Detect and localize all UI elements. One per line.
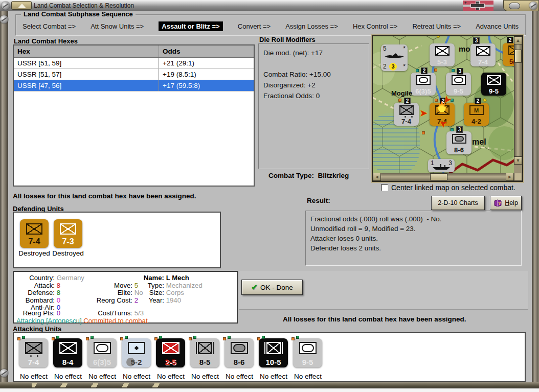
center-map-checkbox-label: Center linked map on selected combat. xyxy=(391,183,515,192)
map-unit-counter[interactable]: 5(2) xyxy=(503,43,514,66)
table-row-selected[interactable]: USSR [47, 56]+17 (59.5:8) xyxy=(14,80,254,91)
city-label: mo xyxy=(459,44,470,53)
result-line: Defender loses 2 units. xyxy=(310,243,516,253)
window-frame-left xyxy=(0,11,8,392)
result-panel: Fractional odds (.000) roll was (.000) -… xyxy=(305,211,522,266)
scroll-up-arrow: ▲ xyxy=(514,36,522,44)
defending-unit-counter[interactable]: 7-4 xyxy=(20,219,49,248)
map-unit-counter[interactable]: 5-3 xyxy=(430,43,455,66)
attacking-unit-counter[interactable]: 9-5 xyxy=(293,338,322,367)
step-assign-losses[interactable]: Assign Losses => xyxy=(285,22,338,30)
attacking-unit-counter[interactable]: 10-5 xyxy=(259,338,288,367)
window-frame-bottom xyxy=(0,382,539,388)
charts-button[interactable]: 2-D-10 Charts xyxy=(431,196,485,210)
attacking-unit-counter[interactable]: 5-2 xyxy=(122,338,151,367)
map-unit-counter[interactable]: 7-4 xyxy=(394,103,419,126)
defending-unit-counter[interactable]: 7-3 xyxy=(54,219,82,248)
map-unit-counter[interactable]: 7-4 xyxy=(470,43,496,66)
svg-text:?: ? xyxy=(498,201,501,206)
map-unit-counter[interactable]: 9-5 xyxy=(481,73,506,96)
attacking-unit-counter[interactable]: 8-4 xyxy=(53,338,82,367)
help-button[interactable]: ? Help xyxy=(490,196,522,210)
modifier-line: Fractional Odds: 0 xyxy=(263,90,364,101)
attacking-unit-counter[interactable]: 2-5 xyxy=(156,338,185,367)
result-line: Fractional odds (.000) roll was (.000) -… xyxy=(310,214,516,224)
title-bar[interactable]: Land Combat Selection & Resolution + xyxy=(0,0,539,11)
strength-chip: 2 xyxy=(507,37,513,43)
modifier-line: Disorganized: +2 xyxy=(263,80,364,90)
modifier-line: Combat Ratio: +15.00 xyxy=(263,69,364,80)
map-unit-counter[interactable]: 6(3)5 xyxy=(411,73,436,96)
window-frame-right xyxy=(532,11,539,392)
attacking-unit-counter[interactable]: 8-5 xyxy=(190,338,219,367)
map-viewport[interactable]: mo Mogile mel 3 2 2 3 2 2 2 3 5 xyxy=(373,36,514,173)
step-att-snow-units[interactable]: Att Snow Units => xyxy=(91,22,144,30)
table-header: Hex Odds xyxy=(14,45,254,58)
map-horizontal-scrollbar[interactable]: ◄ ► xyxy=(373,173,514,181)
attacking-units-title: Attacking Units xyxy=(13,325,61,333)
air-strength-badge: 3 xyxy=(389,63,397,71)
step-retreat-units[interactable]: Retreat Units => xyxy=(412,22,461,30)
table-row[interactable]: USSR [51, 59]+21 (29:1) xyxy=(14,58,254,69)
step-hex-control[interactable]: Hex Control => xyxy=(353,22,397,30)
unit-status: No effect xyxy=(257,373,290,380)
german-war-flag-icon: + xyxy=(463,1,493,11)
land-combat-dialog: Land Combat Selection & Resolution + Lan… xyxy=(0,0,539,392)
step-assault-or-blitz[interactable]: Assault or Blitz => xyxy=(159,21,222,31)
strength-chip: 2 xyxy=(421,67,428,74)
unit-status: No effect xyxy=(85,373,119,380)
modifier-line: Die mod. (net): +17 xyxy=(263,48,364,58)
city-label-gomel: mel xyxy=(472,137,486,147)
strength-chip: 3 xyxy=(456,126,463,133)
losses-assigned-message: All losses for this land combat hex have… xyxy=(13,192,196,200)
unit-status: No effect xyxy=(291,373,325,380)
attacking-unit-counter[interactable]: 6(3)5 xyxy=(87,338,117,367)
combat-type-row: Combat Type: Blitzkrieg xyxy=(268,172,349,179)
subphase-steps: Select Combat => Att Snow Units => Assau… xyxy=(15,20,526,32)
strength-chip: 3 xyxy=(473,37,480,44)
ok-done-button[interactable]: ✔ OK - Done xyxy=(241,280,303,295)
check-icon: ✔ xyxy=(251,283,258,292)
die-roll-modifiers-panel: Die mod. (net): +17 Combat Ratio: +15.00… xyxy=(258,43,369,169)
col-hex: Hex xyxy=(14,45,159,57)
combat-type-value: Blitzkrieg xyxy=(318,172,349,179)
attacking-units-box: 7-4 No effect 8-4 No effect 6(3)5 No eff… xyxy=(13,332,526,382)
unit-status: No effect xyxy=(51,373,85,380)
scrollbar-corner xyxy=(514,173,522,181)
defending-units-box: 7-4 Destroyed 7-3 Destroyed xyxy=(13,212,221,268)
map-unit-counter[interactable]: 9-5 xyxy=(446,73,471,96)
screw-icon xyxy=(529,2,537,10)
ship-icon xyxy=(432,164,451,170)
center-map-checkbox[interactable] xyxy=(381,184,388,191)
attacking-unit-counter[interactable]: 7-4 xyxy=(19,338,48,367)
step-advance-units[interactable]: Advance Units xyxy=(476,22,519,30)
attacking-unit-counter[interactable]: 8-6 xyxy=(224,338,254,367)
screw-icon xyxy=(2,2,10,10)
air-unit-counter[interactable]: 5 * 2 3 * xyxy=(381,44,408,71)
city-label-mogilev: Mogile xyxy=(391,89,412,97)
table-row[interactable]: USSR [51, 57]+19 (8.5:1) xyxy=(14,69,254,80)
result-line: Attacker loses 0 units. xyxy=(310,234,516,243)
linked-map-panel: mo Mogile mel 3 2 2 3 2 2 2 3 5 xyxy=(372,35,523,182)
step-convert[interactable]: Convert => xyxy=(238,22,271,30)
scroll-right-arrow: ► xyxy=(506,173,514,181)
window-restore-button[interactable] xyxy=(11,1,32,10)
map-unit-counter[interactable]: 8-6 xyxy=(446,131,471,154)
hscroll-thumb xyxy=(430,173,447,180)
unit-status: No effect xyxy=(120,373,153,380)
scroll-left-arrow: ◄ xyxy=(373,173,381,181)
unit-status: Destroyed xyxy=(52,249,84,257)
step-select-combat[interactable]: Select Combat => xyxy=(23,22,76,30)
modifiers-title: Die Roll Modifiers xyxy=(259,36,316,43)
unit-status: Destroyed xyxy=(18,249,51,257)
aircraft-icon xyxy=(384,52,405,59)
map-unit-counter[interactable]: M4-2 xyxy=(464,103,489,126)
strength-chip: 2 xyxy=(475,98,481,104)
map-vertical-scrollbar[interactable]: ▲ ▼ xyxy=(514,36,522,165)
hexes-title: Land Combat Hexes xyxy=(14,37,78,45)
naval-unit-counter[interactable]: 1 3 xyxy=(428,159,455,172)
col-odds: Odds xyxy=(159,45,254,57)
unit-info-panel: Country: Germany Name: L Mech Attack: 8 … xyxy=(13,271,238,324)
subphase-sequence-title: Land Combat Subphase Sequence xyxy=(21,10,136,18)
scroll-down-arrow: ▼ xyxy=(514,156,522,165)
